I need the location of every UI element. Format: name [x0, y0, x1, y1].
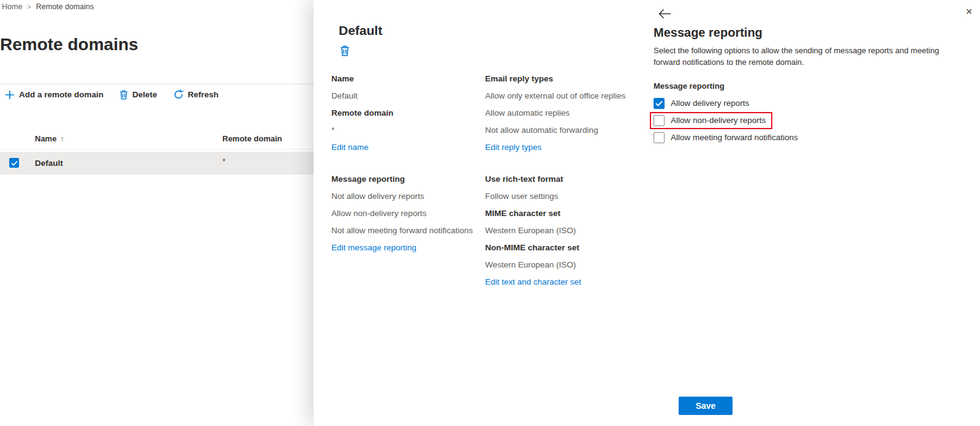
- plus-icon: [5, 90, 15, 100]
- edit-panel-content: Message reporting Select the following o…: [654, 26, 963, 146]
- add-remote-domain-label: Add a remote domain: [19, 90, 104, 99]
- delete-label: Delete: [132, 90, 157, 99]
- edit-panel-description: Select the following options to allow th…: [654, 45, 954, 69]
- details-flyout: Default Name Default Remote domain * Edi…: [314, 0, 980, 426]
- detail-fields: Name Default Remote domain * Edit name M…: [331, 70, 687, 290]
- save-button[interactable]: Save: [679, 397, 733, 415]
- edit-message-reporting-link[interactable]: Edit message reporting: [331, 243, 417, 252]
- column-header-remote-domain[interactable]: Remote domain: [222, 134, 282, 143]
- trash-icon: [340, 49, 350, 58]
- name-label: Name: [331, 70, 485, 87]
- allow-meeting-forward-option[interactable]: Allow meeting forward notifications: [654, 130, 963, 146]
- edit-panel-title: Message reporting: [654, 26, 963, 40]
- row-name-cell: Default: [35, 159, 63, 168]
- message-reporting-value: Not allow meeting forward notifications: [331, 222, 485, 239]
- message-reporting-section: Message reporting Not allow delivery rep…: [331, 170, 485, 256]
- back-arrow-icon: [658, 12, 671, 21]
- column-header-name[interactable]: Name ↑: [35, 134, 64, 143]
- close-icon[interactable]: ✕: [962, 5, 976, 18]
- row-checkbox[interactable]: [9, 158, 19, 168]
- name-value: Default: [331, 87, 485, 104]
- message-reporting-group-label: Message reporting: [654, 81, 963, 91]
- message-reporting-edit-panel: ✕ Message reporting Select the following…: [643, 0, 980, 426]
- allow-non-delivery-reports-option[interactable]: Allow non-delivery reports: [654, 115, 766, 126]
- refresh-label: Refresh: [188, 90, 219, 99]
- allow-non-delivery-reports-label: Allow non-delivery reports: [671, 116, 766, 125]
- remote-domain-label: Remote domain: [331, 104, 485, 121]
- row-remote-domain-cell: *: [222, 157, 225, 166]
- refresh-button[interactable]: Refresh: [173, 89, 219, 100]
- remote-domain-value: *: [331, 121, 485, 138]
- table-row[interactable]: Default *: [0, 152, 314, 174]
- add-remote-domain-button[interactable]: Add a remote domain: [5, 90, 104, 100]
- delete-button[interactable]: Delete: [119, 90, 157, 100]
- highlight-box: Allow non-delivery reports: [650, 112, 772, 129]
- toolbar: Add a remote domain Delete Refresh: [5, 89, 219, 100]
- allow-delivery-reports-label: Allow delivery reports: [671, 99, 749, 108]
- detail-title: Default: [339, 23, 382, 38]
- detail-left-column: Name Default Remote domain * Edit name M…: [331, 70, 485, 290]
- trash-icon: [119, 90, 128, 100]
- message-reporting-value: Not allow delivery reports: [331, 187, 485, 204]
- edit-reply-types-link[interactable]: Edit reply types: [485, 143, 541, 152]
- title-divider: [0, 84, 314, 84]
- breadcrumb-home-link[interactable]: Home: [2, 2, 22, 11]
- allow-delivery-reports-checkbox[interactable]: [654, 98, 665, 109]
- allow-delivery-reports-option[interactable]: Allow delivery reports: [654, 95, 963, 111]
- breadcrumb: Home > Remote domains: [2, 2, 94, 11]
- allow-meeting-forward-checkbox[interactable]: [654, 132, 665, 143]
- edit-name-link[interactable]: Edit name: [331, 143, 369, 152]
- breadcrumb-separator: >: [27, 3, 31, 10]
- table-header: Name ↑ Remote domain: [0, 131, 314, 149]
- allow-non-delivery-reports-checkbox[interactable]: [654, 115, 665, 126]
- sort-ascending-icon: ↑: [60, 135, 64, 143]
- name-section: Name Default Remote domain * Edit name: [331, 70, 485, 155]
- message-reporting-label: Message reporting: [331, 170, 485, 187]
- back-button[interactable]: [657, 7, 673, 22]
- message-reporting-value: Allow non-delivery reports: [331, 204, 485, 222]
- breadcrumb-current: Remote domains: [36, 2, 94, 11]
- allow-meeting-forward-label: Allow meeting forward notifications: [671, 133, 798, 142]
- page-title: Remote domains: [0, 35, 138, 54]
- remote-domains-list-panel: Home > Remote domains Remote domains Add…: [0, 0, 314, 426]
- detail-delete-button[interactable]: [339, 44, 351, 59]
- refresh-icon: [173, 89, 184, 100]
- edit-text-charset-link[interactable]: Edit text and character set: [485, 277, 581, 286]
